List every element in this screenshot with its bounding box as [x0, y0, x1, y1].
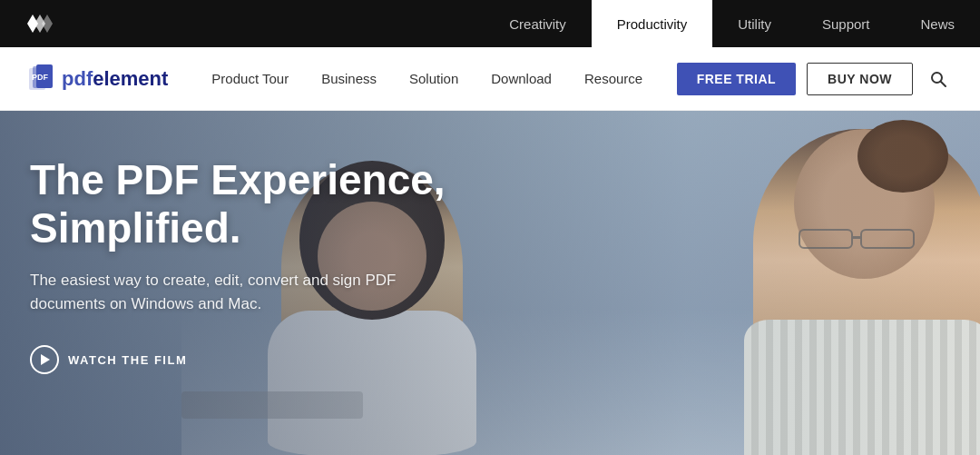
top-nav-news[interactable]: News: [895, 0, 980, 47]
pdfelement-logo[interactable]: PDF pdfelement: [27, 64, 168, 94]
secondary-navigation: PDF pdfelement Product Tour Business Sol…: [0, 47, 980, 111]
svg-line-8: [941, 82, 946, 86]
top-nav-creativity[interactable]: Creativity: [484, 0, 592, 47]
search-button[interactable]: [924, 64, 953, 94]
buy-now-button[interactable]: BUY NOW: [807, 63, 913, 95]
hero-content: The PDF Experience, Simplified. The easi…: [30, 156, 511, 374]
nav-action-buttons: FREE TRIAL BUY NOW: [677, 63, 953, 95]
free-trial-button[interactable]: FREE TRIAL: [677, 63, 796, 95]
secondary-nav-links: Product Tour Business Solution Download …: [195, 47, 676, 111]
svg-text:PDF: PDF: [32, 73, 49, 82]
svg-marker-2: [42, 15, 53, 33]
hero-section: The PDF Experience, Simplified. The easi…: [0, 111, 980, 455]
play-triangle-icon: [41, 354, 50, 365]
hero-title: The PDF Experience, Simplified.: [30, 156, 511, 252]
top-navigation: Creativity Productivity Utility Support …: [0, 0, 980, 47]
wondershare-logo[interactable]: [20, 11, 53, 36]
top-nav-utility[interactable]: Utility: [712, 0, 797, 47]
logo-text: pdfelement: [62, 67, 168, 91]
watch-film-label: WATCH THE FILM: [68, 353, 187, 367]
nav-business[interactable]: Business: [305, 47, 393, 111]
hero-subtitle: The easiest way to create, edit, convert…: [30, 269, 411, 317]
top-nav-productivity[interactable]: Productivity: [592, 0, 713, 47]
nav-resource[interactable]: Resource: [568, 47, 659, 111]
logo-icon: PDF: [27, 64, 56, 94]
nav-solution[interactable]: Solution: [393, 47, 475, 111]
top-nav-support[interactable]: Support: [797, 0, 896, 47]
nav-product-tour[interactable]: Product Tour: [195, 47, 305, 111]
search-icon: [929, 70, 947, 88]
play-button-circle: [30, 345, 59, 374]
watch-film-link[interactable]: WATCH THE FILM: [30, 345, 511, 374]
nav-download[interactable]: Download: [475, 47, 568, 111]
